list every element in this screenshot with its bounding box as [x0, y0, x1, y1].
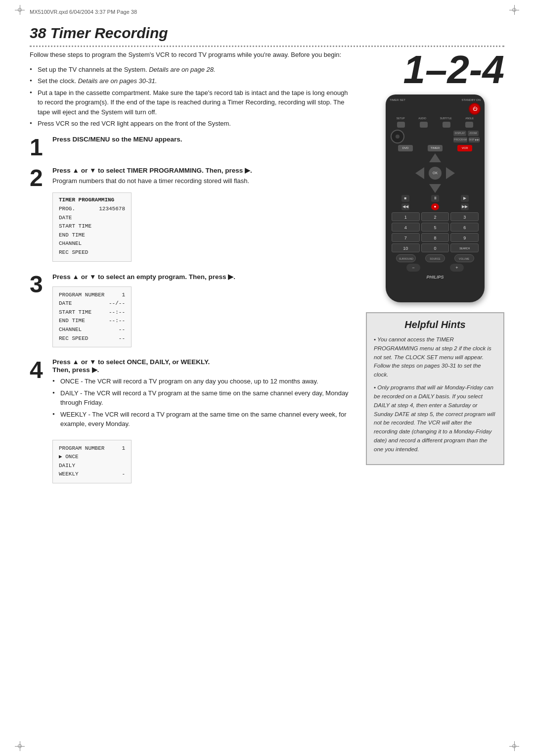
screen-3-row-6: REC SPEED-- [59, 334, 125, 343]
reg-mark-tr [509, 5, 519, 15]
bullet-2: Set the clock. Details are on pages 30-3… [30, 76, 351, 86]
dpad-right-button[interactable] [446, 167, 455, 179]
num-9-button[interactable]: 9 [450, 233, 479, 242]
num-0-button[interactable]: 0 [421, 243, 449, 252]
dpad-up-button[interactable] [429, 153, 441, 162]
num-3-button[interactable]: 3 [450, 212, 479, 221]
transport-row-1: ■ ⏸ ▶ [391, 195, 480, 202]
screen-3-row-3: START TIME--:-- [59, 308, 125, 317]
screen-2-row-4: END TIME [59, 231, 125, 240]
step-3-screen: PROGRAM NUMBER1 DATE--/-- START TIME--:-… [52, 286, 132, 348]
audio-button[interactable] [420, 122, 428, 128]
num-8-button[interactable]: 8 [421, 233, 449, 242]
remote-dpad: OK [415, 153, 455, 193]
angle-button[interactable] [465, 122, 473, 128]
remote-bottom-row: SURROUND SOURCE VOLUME [392, 254, 479, 262]
bullet-3: Put a tape in the cassette compartment. … [30, 88, 351, 117]
vcr-button[interactable]: VCR [457, 145, 472, 151]
ok-button[interactable]: OK [429, 167, 442, 180]
helpful-hints-title: Helpful Hints [374, 319, 496, 331]
screen-3-row-2: DATE--/-- [59, 299, 125, 308]
step-2-title: Press ▲ or ▼ to select TIMER PROGRAMMING… [52, 166, 351, 174]
remote-control: TIMER SET STANDBY ON ⏻ SETUP AUD [386, 94, 485, 302]
reg-mark-tl [15, 5, 25, 15]
num-7-button[interactable]: 7 [392, 233, 420, 242]
step-3-block: 3 Press ▲ or ▼ to select an empty progra… [30, 273, 351, 352]
step-4-bullets: ONCE - The VCR will record a TV program … [52, 377, 351, 429]
remote-standby-label: STANDBY ON [462, 98, 481, 101]
setup-button[interactable] [397, 122, 405, 128]
step-2-screen: TIMER PROGRAMMING PROG.12345678 DATE STA… [52, 192, 132, 262]
surround-button[interactable]: SURROUND [396, 254, 416, 262]
top-right-buttons: DISPLAY ZOOM PROGRAM SKIP ▶▶| [453, 131, 480, 142]
num-4-button[interactable]: 4 [392, 223, 420, 232]
subtitle-button[interactable] [443, 122, 450, 128]
two-col-layout: Follow these steps to program the System… [30, 50, 504, 494]
step-4-bullet-3: WEEKLY - The VCR will record a TV progra… [52, 410, 351, 429]
big-numbers-area: 1–2-4 [366, 50, 504, 90]
display-button[interactable]: DISPLAY [453, 131, 466, 136]
record-button[interactable]: ● [431, 203, 439, 210]
remote-mode-row: DVD TIMER VCR [391, 145, 480, 151]
main-content: 38 Timer Recording Follow these steps to… [30, 25, 504, 731]
step-4-content: Press ▲ or ▼ to select ONCE, DAILY, or W… [52, 358, 351, 487]
step-2-content: Press ▲ or ▼ to select TIMER PROGRAMMING… [52, 166, 351, 266]
step-4-bullet-1: ONCE - The VCR will record a TV program … [52, 377, 351, 386]
step-1-content: Press DISC/MENU so the MENU appears. [52, 136, 351, 145]
step-4-screen: PROGRAM NUMBER1 ▶ ONCE DAILY WEEKLY- [52, 440, 132, 483]
left-column: Follow these steps to program the System… [30, 50, 351, 494]
disc-center [396, 135, 400, 139]
screen-3-row-1: PROGRAM NUMBER1 [59, 291, 125, 300]
skip-button[interactable]: SKIP ▶▶| [469, 137, 480, 142]
stop-button[interactable]: ■ [401, 195, 409, 202]
step-3-title: Press ▲ or ▼ to select an empty program.… [52, 273, 351, 281]
disc-area [391, 130, 404, 143]
screen-4-row-3: DAILY [59, 462, 125, 471]
vol-down-button[interactable]: − [406, 264, 420, 272]
num-10-button[interactable]: 10 [392, 243, 420, 252]
play-button[interactable]: ▶ [461, 195, 469, 202]
screen-3-row-5: CHANNEL-- [59, 326, 125, 334]
philips-logo: PHILIPS [390, 275, 481, 280]
helpful-hints-box: Helpful Hints • You cannot access the TI… [366, 312, 504, 465]
step-2-press-bold: press ▶. [225, 167, 252, 174]
reg-mark-bl [15, 741, 25, 751]
hint-1: • You cannot access the TIMER PROGRAMMIN… [374, 335, 496, 379]
vol-up-button[interactable]: + [450, 264, 464, 272]
timer-button[interactable]: TIMER [428, 145, 443, 151]
num-2-button[interactable]: 2 [421, 212, 449, 221]
num-1-button[interactable]: 1 [392, 212, 420, 221]
prog-skip-row: PROGRAM SKIP ▶▶| [453, 137, 480, 142]
pause-button[interactable]: ⏸ [431, 195, 439, 202]
screen-4-row-1: PROGRAM NUMBER1 [59, 444, 125, 453]
standby-button[interactable]: ⏻ [469, 103, 481, 115]
ff-button[interactable]: ▶▶ [461, 203, 469, 210]
dpad-down-button[interactable] [429, 184, 441, 193]
zoom-button[interactable]: ZOOM [468, 131, 479, 136]
screen-2-row-1: PROG.12345678 [59, 205, 125, 214]
step-2-press: Press ▲ or ▼ to select TIMER PROGRAMMING… [52, 167, 225, 174]
dpad-left-button[interactable] [415, 167, 424, 179]
header-text: MX5100VR.qxd 6/04/2004 3:37 PM Page 38 [30, 9, 137, 15]
hint-2: • Only programs that will air Monday-Fri… [374, 383, 496, 454]
power-icon: ⏻ [473, 106, 477, 111]
screen-2-row-2: DATE [59, 214, 125, 223]
num-5-button[interactable]: 5 [421, 223, 449, 232]
remote-numpad: 1 2 3 4 5 6 7 8 9 10 0 SEARCHMODE [392, 212, 479, 252]
remote-vol-row: − + [392, 264, 479, 272]
source-button[interactable]: SOURCE [425, 254, 445, 262]
right-column: 1–2-4 TIMER SET STANDBY ON ⏻ [366, 50, 504, 494]
remote-function-labels: SETUP AUDIO SUBTITLE ANGLE [390, 117, 481, 120]
screen-4-row-2: ▶ ONCE [59, 453, 125, 462]
program-button[interactable]: PROGRAM [453, 137, 467, 142]
helpful-hints-content: • You cannot access the TIMER PROGRAMMIN… [374, 335, 496, 454]
step-3-content: Press ▲ or ▼ to select an empty program.… [52, 273, 351, 352]
remote-top-labels-row: TIMER SET STANDBY ON [390, 98, 481, 101]
step-2-block: 2 Press ▲ or ▼ to select TIMER PROGRAMMI… [30, 166, 351, 266]
volume-button[interactable]: VOLUME [454, 254, 474, 262]
num-6-button[interactable]: 6 [450, 223, 479, 232]
rew-button[interactable]: ◀◀ [401, 203, 409, 210]
search-mode-button[interactable]: SEARCHMODE [450, 243, 479, 252]
step-4-block: 4 Press ▲ or ▼ to select ONCE, DAILY, or… [30, 358, 351, 487]
dvd-button[interactable]: DVD [398, 145, 413, 151]
